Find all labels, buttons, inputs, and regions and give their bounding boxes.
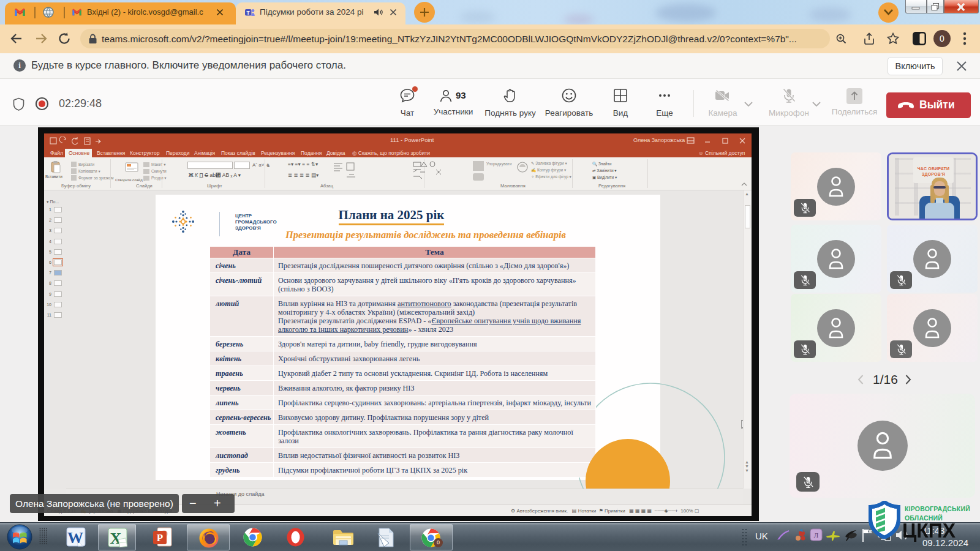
- svg-text:T: T: [247, 10, 251, 16]
- svg-text:P: P: [157, 532, 163, 544]
- svg-text:W: W: [67, 529, 83, 547]
- svg-text:Л: Л: [814, 531, 819, 539]
